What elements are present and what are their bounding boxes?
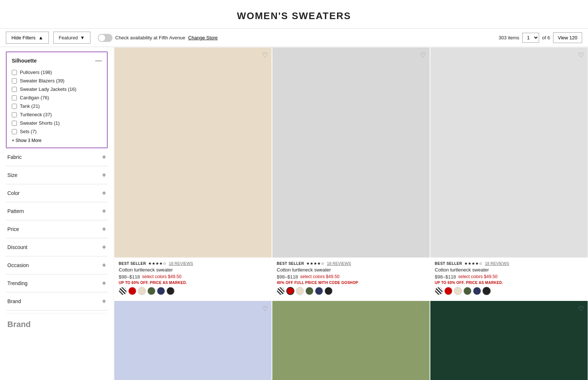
filter-checkbox-1[interactable] (12, 78, 17, 84)
filter-collapsed-header-6[interactable]: Occasion + (6, 262, 108, 269)
reviews-link-3[interactable]: 18 REVIEWS (485, 261, 509, 266)
swatch-2-0[interactable] (277, 287, 285, 295)
filter-collapsed-header-2[interactable]: Color + (6, 189, 108, 197)
filter-label-0: Pullovers (198) (20, 70, 52, 75)
chevron-up-icon: ▲ (39, 35, 43, 40)
product-image-5: ♡ (272, 301, 430, 380)
swatch-1-3[interactable] (147, 287, 155, 295)
wishlist-button-1[interactable]: ♡ (262, 51, 268, 59)
filter-checkbox-6[interactable] (12, 121, 17, 126)
filter-collapsed-size[interactable]: Size + (6, 166, 108, 184)
page-select[interactable]: 1 2 3 4 5 6 (522, 33, 539, 43)
silhouette-header: Silhouette — (12, 57, 102, 68)
swatch-3-0[interactable] (435, 287, 443, 295)
product-image-4: ♡ (114, 301, 272, 380)
wishlist-button-4[interactable]: ♡ (262, 305, 268, 313)
select-colors-1[interactable]: select colors $49.50 (142, 274, 182, 279)
filter-collapsed-trending[interactable]: Trending + (6, 274, 108, 292)
filter-collapsed-brand[interactable]: Brand + (6, 292, 108, 310)
silhouette-title: Silhouette (12, 58, 37, 64)
swatch-3-1[interactable] (444, 287, 452, 295)
filter-plus-icon-6: + (102, 262, 106, 269)
swatch-3-3[interactable] (463, 287, 472, 295)
filter-collapsed-header-8[interactable]: Brand + (6, 298, 108, 305)
swatch-2-5[interactable] (325, 287, 333, 295)
filter-label-3: Cardigan (76) (20, 95, 49, 100)
sidebar: Silhouette — Pullovers (198)Sweater Blaz… (0, 47, 114, 380)
filter-plus-icon-8: + (102, 298, 106, 305)
silhouette-collapse-button[interactable]: — (95, 57, 102, 64)
product-image-2: ♡ (272, 47, 430, 258)
filter-checkbox-5[interactable] (12, 112, 17, 117)
filter-item-4[interactable]: Tank (21) (12, 102, 102, 110)
filter-checkbox-2[interactable] (12, 87, 17, 92)
filter-collapsed-header-5[interactable]: Discount + (6, 244, 108, 251)
swatch-1-5[interactable] (166, 287, 175, 295)
availability-label: Check availability at Fifth Avenue (115, 35, 186, 40)
items-count: 303 items (499, 35, 519, 40)
view-button[interactable]: View 120 (553, 32, 582, 43)
sort-dropdown[interactable]: Featured ▼ (53, 32, 90, 44)
filter-plus-icon-7: + (102, 280, 106, 287)
swatch-3-5[interactable] (483, 287, 491, 295)
filter-checkbox-0[interactable] (12, 70, 17, 75)
wishlist-button-3[interactable]: ♡ (578, 51, 584, 59)
swatch-3-2[interactable] (454, 287, 462, 295)
filter-checkbox-3[interactable] (12, 95, 17, 100)
filter-collapsed-price[interactable]: Price + (6, 220, 108, 238)
swatch-2-1[interactable] (286, 287, 294, 295)
show-more-link[interactable]: + Show 3 More (12, 136, 102, 143)
reviews-link-2[interactable]: 18 REVIEWS (327, 261, 351, 266)
filter-collapsed-header-0[interactable]: Fabric + (6, 153, 108, 161)
product-badge-row-1: BEST SELLER★★★★☆18 REVIEWS (119, 261, 267, 266)
filter-item-5[interactable]: Turtleneck (37) (12, 110, 102, 119)
product-card-6[interactable]: ♡Happening now: (430, 301, 588, 380)
select-colors-2[interactable]: select colors $49.50 (300, 274, 340, 279)
availability-toggle: Check availability at Fifth Avenue Chang… (98, 34, 218, 42)
filter-collapsed-color[interactable]: Color + (6, 184, 108, 202)
product-card-4[interactable]: ♡ (114, 301, 272, 380)
product-card-1[interactable]: ♡BEST SELLER★★★★☆18 REVIEWSCotton turtle… (114, 47, 272, 301)
filter-collapsed-discount[interactable]: Discount + (6, 238, 108, 256)
product-card-2[interactable]: ♡BEST SELLER★★★★☆18 REVIEWSCotton turtle… (272, 47, 430, 301)
swatch-2-4[interactable] (315, 287, 323, 295)
swatch-2-2[interactable] (296, 287, 304, 295)
filter-collapsed-fabric[interactable]: Fabric + (6, 148, 108, 166)
filter-plus-icon-5: + (102, 244, 106, 251)
filter-checkbox-7[interactable] (12, 129, 17, 134)
product-card-5[interactable]: ♡ (272, 301, 430, 380)
filter-collapsed-pattern[interactable]: Pattern + (6, 202, 108, 220)
filter-item-7[interactable]: Sets (7) (12, 127, 102, 136)
filter-collapsed-title-0: Fabric (7, 154, 22, 160)
filter-collapsed-header-1[interactable]: Size + (6, 171, 108, 179)
best-seller-badge-1: BEST SELLER (119, 262, 146, 266)
swatch-3-4[interactable] (473, 287, 481, 295)
swatch-1-2[interactable] (138, 287, 146, 295)
filter-checkbox-4[interactable] (12, 104, 17, 109)
filter-item-3[interactable]: Cardigan (76) (12, 93, 102, 102)
filter-label-5: Turtleneck (37) (20, 112, 52, 117)
filter-item-6[interactable]: Sweater Shorts (1) (12, 119, 102, 127)
select-colors-3[interactable]: select colors $49.50 (458, 274, 498, 279)
filter-collapsed-header-3[interactable]: Pattern + (6, 207, 108, 215)
filter-item-2[interactable]: Sweater Lady Jackets (16) (12, 85, 102, 93)
product-card-3[interactable]: ♡BEST SELLER★★★★☆18 REVIEWSCotton turtle… (430, 47, 588, 301)
filter-item-0[interactable]: Pullovers (198) (12, 68, 102, 77)
swatch-1-4[interactable] (157, 287, 165, 295)
wishlist-button-2[interactable]: ♡ (420, 51, 426, 59)
swatch-1-0[interactable] (119, 287, 127, 295)
filter-collapsed-header-7[interactable]: Trending + (6, 280, 108, 287)
best-seller-badge-3: BEST SELLER (435, 262, 462, 266)
product-image-6: ♡Happening now: (430, 301, 588, 380)
wishlist-button-5[interactable]: ♡ (420, 305, 426, 313)
reviews-link-1[interactable]: 18 REVIEWS (169, 261, 193, 266)
hide-filters-button[interactable]: Hide Filters ▲ (6, 32, 49, 44)
filter-item-1[interactable]: Sweater Blazers (39) (12, 77, 102, 85)
filter-collapsed-occasion[interactable]: Occasion + (6, 256, 108, 274)
swatch-2-3[interactable] (305, 287, 313, 295)
change-store-link[interactable]: Change Store (188, 35, 218, 40)
filter-collapsed-header-4[interactable]: Price + (6, 225, 108, 233)
availability-toggle-switch[interactable] (98, 34, 112, 42)
swatch-1-1[interactable] (128, 287, 136, 295)
wishlist-button-6[interactable]: ♡ (578, 305, 584, 313)
